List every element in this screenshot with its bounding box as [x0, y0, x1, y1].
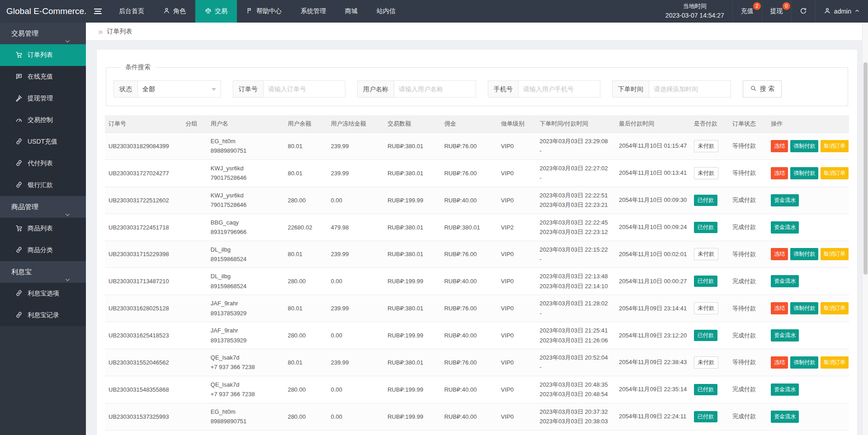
cancel-order-button[interactable]: 取消订单 — [821, 356, 849, 369]
page-scrollbar-thumb[interactable] — [863, 62, 868, 275]
phone-filter-group: 手机号 — [488, 80, 600, 98]
sidebar-item-label: 代付列表 — [28, 159, 53, 168]
sidebar-item-在线充值[interactable]: 在线充值 — [0, 66, 86, 88]
freeze-button[interactable]: 冻结 — [771, 356, 788, 369]
amount-cell: RUB₽:380.01 — [384, 241, 440, 268]
username: BBG_caqy — [211, 218, 281, 227]
username-input[interactable] — [394, 80, 476, 98]
fund-flow-button[interactable]: 资金流水 — [771, 384, 799, 396]
pay-time: - — [539, 173, 612, 182]
force-pay-button[interactable]: 强制付款 — [790, 248, 818, 260]
force-pay-button[interactable]: 强制付款 — [790, 356, 818, 369]
order-status-cell: 完成付款 — [729, 187, 767, 214]
fund-flow-button[interactable]: 资金流水 — [771, 194, 799, 206]
sidebar-group-交易管理[interactable]: 交易管理 — [0, 23, 86, 44]
table-row: UB2303031829084399EG_ht0m8988989075180.0… — [105, 133, 849, 160]
group-cell — [182, 349, 207, 376]
balance-cell: 280.00 — [284, 187, 327, 214]
user-phone: +7 937 366 7238 — [211, 389, 281, 399]
nav-item-交易[interactable]: 交易 — [195, 0, 237, 23]
order-no-cell: UB2303031727024277 — [105, 159, 182, 187]
sidebar-item-银行汇款[interactable]: 银行汇款 — [0, 174, 86, 196]
order-status-cell: 完成付款 — [729, 322, 767, 349]
paid-status-badge: 已付款 — [694, 384, 717, 395]
freeze-button[interactable]: 冻结 — [771, 302, 788, 314]
fund-flow-button[interactable]: 资金流水 — [771, 329, 799, 341]
sidebar-item-USDT充值[interactable]: USDT充值 — [0, 131, 86, 153]
sidebar-item-商品列表[interactable]: 商品列表 — [0, 218, 86, 239]
freeze-button[interactable]: 冻结 — [771, 140, 788, 152]
nav-item-商城[interactable]: 商城 — [335, 0, 367, 23]
cancel-order-button[interactable]: 取消订单 — [821, 167, 849, 179]
fund-flow-button[interactable]: 资金流水 — [771, 275, 799, 287]
status-select[interactable]: 全部 — [137, 80, 221, 98]
paid-cell: 已付款 — [690, 268, 729, 295]
force-pay-button[interactable]: 强制付款 — [790, 140, 818, 152]
sidebar-item-利息宝选项[interactable]: 利息宝选项 — [0, 283, 86, 304]
refresh-icon — [800, 7, 807, 16]
cancel-order-button[interactable]: 取消订单 — [821, 248, 849, 260]
scale-icon — [205, 7, 212, 15]
sidebar-item-提现管理[interactable]: 提现管理 — [0, 88, 86, 109]
force-pay-button[interactable]: 强制付款 — [790, 167, 818, 179]
paid-status-badge: 未付款 — [694, 302, 718, 314]
level-cell: VIP0 — [497, 376, 536, 403]
sidebar-item-交易控制[interactable]: 交易控制 — [0, 109, 86, 131]
navbar-spacer — [405, 0, 657, 23]
fund-flow-button[interactable]: 资金流水 — [771, 221, 799, 234]
freeze-button[interactable]: 冻结 — [771, 248, 788, 260]
hamburger-menu-icon[interactable] — [86, 0, 109, 23]
column-header: 用户名 — [207, 115, 284, 133]
commission-cell: RUB₽:76.00 — [441, 241, 497, 268]
sidebar-item-利息宝记录[interactable]: 利息宝记录 — [0, 304, 86, 326]
search-button[interactable]: 搜 索 — [743, 80, 782, 98]
nav-item-后台首页[interactable]: 后台首页 — [109, 0, 154, 23]
amount-cell: RUB₽:199.99 — [384, 187, 440, 214]
cart-icon — [15, 51, 23, 60]
order-time: 2023年03月03日 20:37:32 — [539, 407, 612, 416]
last-pay-time-cell: 2054年11月10日 00:00:27 — [615, 268, 690, 295]
commission-cell: RUB₽:40.00 — [441, 268, 497, 295]
fund-flow-button[interactable]: 资金流水 — [771, 411, 799, 423]
admin-menu[interactable]: admin — [815, 0, 868, 23]
cancel-order-button[interactable]: 取消订单 — [821, 140, 849, 152]
frozen-cell: 0.00 — [327, 268, 384, 295]
phone-input[interactable] — [518, 80, 600, 98]
actions-cell: 冻结强制付款取消订单 — [767, 133, 849, 160]
user-icon — [163, 7, 170, 15]
order-time-cell: 2023年03月03日 20:52:04- — [536, 349, 615, 376]
balance-cell: 80.01 — [284, 133, 327, 160]
sidebar-item-代付列表[interactable]: 代付列表 — [0, 153, 86, 174]
order-time-input[interactable] — [649, 80, 731, 98]
search-row: 状态 全部 订单号 用户名称 — [113, 80, 840, 98]
cancel-order-button[interactable]: 取消订单 — [821, 302, 849, 314]
force-pay-button[interactable]: 强制付款 — [790, 302, 818, 314]
user-cell: EG_ht0m89889890751 — [207, 133, 284, 160]
user-phone: 89159868524 — [211, 281, 281, 291]
paid-status-badge: 已付款 — [694, 330, 717, 341]
user-cell: BBG_caqy89319796966 — [207, 214, 284, 241]
order-time-cell: 2023年03月03日 21:25:412023年03月03日 21:26:06 — [536, 322, 615, 349]
nav-item-角色[interactable]: 角色 — [154, 0, 195, 23]
nav-item-帮助中心[interactable]: 帮助中心 — [237, 0, 291, 23]
admin-username: admin — [834, 8, 851, 15]
nav-item-系统管理[interactable]: 系统管理 — [291, 0, 335, 23]
status-selected-value: 全部 — [142, 85, 155, 93]
refresh-button[interactable] — [791, 0, 815, 23]
sidebar-group-利息宝[interactable]: 利息宝 — [0, 261, 86, 283]
sidebar-item-商品分类[interactable]: 商品分类 — [0, 239, 86, 261]
table-row: UB2303031715229398DL_ilbg8915986852480.0… — [105, 241, 849, 268]
recharge-button[interactable]: 充值 2 — [732, 0, 762, 23]
page-scrollbar-track[interactable] — [862, 23, 868, 435]
order-time-cell: 2023年03月03日 21:28:02- — [536, 295, 615, 322]
order-time: 2023年03月03日 21:28:02 — [539, 299, 612, 308]
user-phone: 79017528646 — [211, 200, 281, 210]
order-no-input[interactable] — [263, 80, 345, 98]
withdraw-button[interactable]: 提现 0 — [762, 0, 791, 23]
freeze-button[interactable]: 冻结 — [771, 167, 788, 179]
sidebar-item-订单列表[interactable]: 订单列表 — [0, 44, 86, 66]
sidebar-group-商品管理[interactable]: 商品管理 — [0, 196, 86, 218]
nav-item-站内信[interactable]: 站内信 — [367, 0, 405, 23]
amount-cell: RUB₽:380.01 — [384, 295, 440, 322]
frozen-cell: 239.99 — [327, 241, 384, 268]
